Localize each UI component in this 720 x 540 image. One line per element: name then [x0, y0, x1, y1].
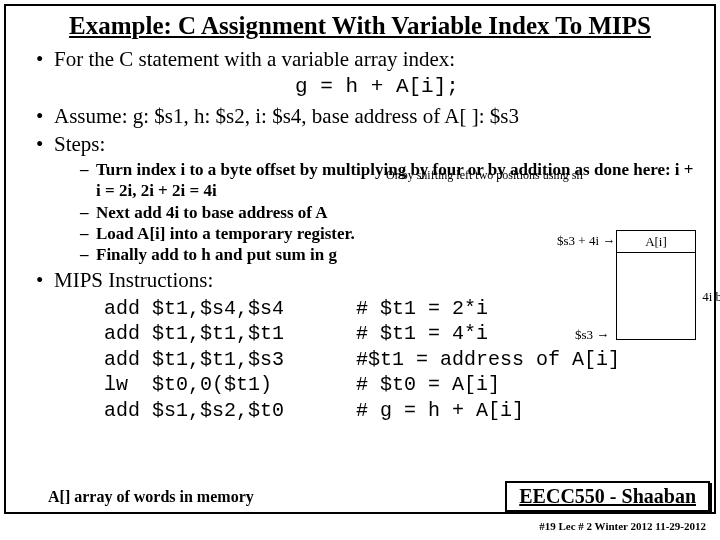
slide-title: Example: C Assignment With Variable Inde…: [20, 12, 700, 40]
memory-diagram: A[i] $s3 + 4i → 4i bytes $s3 →: [586, 230, 696, 340]
label-s3: $s3 →: [575, 327, 609, 343]
footer-caption: A[] array of words in memory: [48, 488, 254, 506]
bullet-mips-label: MIPS Instructions:: [54, 268, 213, 292]
bullet-c-text: For the C statement with a variable arra…: [54, 47, 455, 71]
label-s3-plus-4i: $s3 + 4i →: [557, 233, 615, 249]
memory-cell-ai: A[i]: [617, 231, 695, 253]
label-4i-bytes: 4i bytes: [702, 289, 720, 305]
bullet-c-statement: For the C statement with a variable arra…: [36, 46, 700, 101]
memory-box: A[i] $s3 + 4i → 4i bytes $s3 →: [616, 230, 696, 340]
course-box: EECC550 - Shaaban: [505, 481, 710, 512]
code-statement: g = h + A[i];: [54, 74, 700, 100]
bullet-assume: Assume: g: $s1, h: $s2, i: $s4, base add…: [36, 103, 700, 129]
slide-meta: #19 Lec # 2 Winter 2012 11-29-2012: [539, 520, 706, 532]
bullet-steps-label: Steps:: [54, 132, 105, 156]
step-2: Next add 4i to base address of A: [80, 202, 700, 223]
slide-frame: Example: C Assignment With Variable Inde…: [4, 4, 716, 514]
note-sll: Or by shifting left two positions using …: [386, 168, 583, 183]
course-text: EECC550 - Shaaban: [519, 485, 696, 507]
